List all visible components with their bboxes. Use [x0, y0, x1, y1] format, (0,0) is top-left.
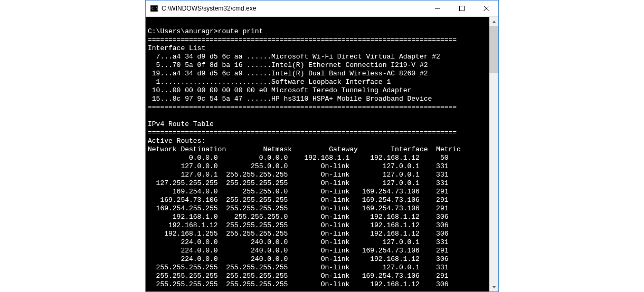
console-area: C:\Users\anuragr>route print ===========… — [146, 17, 498, 291]
maximize-button[interactable] — [450, 1, 474, 16]
close-button[interactable] — [474, 1, 498, 16]
minimize-button[interactable] — [425, 1, 450, 16]
scroll-down-button[interactable] — [489, 283, 498, 291]
window-title: C:\WINDOWS\system32\cmd.exe — [162, 5, 425, 12]
titlebar[interactable]: C:\ C:\WINDOWS\system32\cmd.exe — [146, 1, 498, 17]
window-controls — [425, 1, 498, 16]
console-output[interactable]: C:\Users\anuragr>route print ===========… — [146, 17, 489, 291]
svg-text:C:\: C:\ — [151, 6, 158, 11]
svg-marker-6 — [493, 21, 496, 23]
vertical-scrollbar[interactable] — [489, 17, 498, 291]
scroll-up-button[interactable] — [489, 17, 498, 26]
scroll-track[interactable] — [489, 26, 498, 283]
svg-marker-7 — [493, 286, 496, 288]
scroll-thumb[interactable] — [489, 26, 498, 73]
cmd-window: C:\ C:\WINDOWS\system32\cmd.exe C:\Users… — [145, 0, 499, 292]
svg-rect-3 — [460, 6, 465, 11]
cmd-icon: C:\ — [150, 4, 158, 13]
